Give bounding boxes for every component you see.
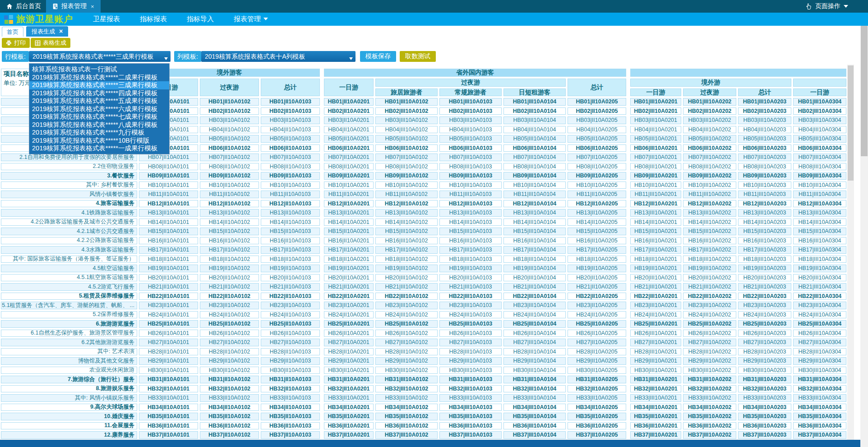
data-cell: HB35|III10A0304 bbox=[792, 412, 847, 421]
data-cell: HB37|III10A0103 bbox=[439, 430, 503, 440]
page-operations-menu[interactable]: 页面操作 bbox=[805, 0, 848, 13]
backend-home-tab[interactable]: 后台首页 bbox=[0, 0, 47, 13]
data-cell: HB21|III10A0203 bbox=[737, 282, 792, 292]
nav-item-satellite-reports[interactable]: 卫星报表 bbox=[93, 15, 120, 23]
row-template-dropdown-list: 核算系统报表格式表一行测试2019核算系统报表格式表*****二成果行模板201… bbox=[29, 63, 170, 154]
data-cell: HB36|III10A0203 bbox=[737, 421, 792, 431]
data-cell: HB23|II10A0103 bbox=[260, 301, 321, 310]
data-cell: HB35|II10A0205 bbox=[567, 412, 627, 421]
data-cell: HB26|III10A0104 bbox=[503, 329, 567, 338]
data-cell: HB27|III10A0104 bbox=[503, 338, 567, 347]
data-cell: HB07|III10A0201 bbox=[627, 153, 682, 162]
data-cell: HB07|II10A0103 bbox=[260, 153, 321, 162]
row-label: 风情小镇餐饮服务 bbox=[0, 190, 138, 199]
report-management-tab[interactable]: 报表管理 × bbox=[46, 0, 101, 13]
data-cell: HB31|III10A0203 bbox=[737, 375, 792, 384]
data-cell: HB29|II10A0205 bbox=[567, 356, 627, 366]
data-cell: HB15|II10A0205 bbox=[567, 227, 627, 236]
scrollbar-thumb[interactable] bbox=[861, 21, 868, 156]
data-cell: HB11|III10A0103 bbox=[439, 190, 503, 199]
dropdown-option[interactable]: 2019核算系统报表格式表*****一成果行模板 bbox=[29, 144, 169, 153]
data-cell: HB05|III10A0104 bbox=[503, 134, 567, 144]
data-cell: HB17|II10A0103 bbox=[260, 245, 321, 255]
tab-report-generate[interactable]: 报表生成 × bbox=[26, 26, 68, 37]
inner-vertical-scrollbar[interactable] bbox=[847, 65, 854, 440]
outer-vertical-scrollbar[interactable] bbox=[860, 13, 868, 447]
row-label: 其中: 艺术表演 bbox=[0, 347, 138, 357]
data-cell: HB17|II10A0205 bbox=[567, 245, 627, 255]
data-cell: HB05|III10A0201 bbox=[627, 134, 682, 144]
dropdown-option[interactable]: 2019核算系统报表格式表*****四成果行模板 bbox=[29, 89, 169, 98]
data-cell: HB08|III10A0304 bbox=[792, 162, 847, 172]
data-cell: HB08|II10A0201 bbox=[321, 162, 374, 172]
nav-item-indicator-import[interactable]: 指标导入 bbox=[187, 15, 214, 23]
data-cell: HB02|II10A0205 bbox=[567, 107, 627, 116]
subgroup-header-outbound: 境外游 bbox=[627, 78, 792, 88]
row-template-label: 行模板: bbox=[2, 51, 29, 62]
data-cell: HB17|III10A0202 bbox=[682, 245, 737, 255]
data-cell: HB28|III10A0304 bbox=[792, 347, 847, 357]
close-icon[interactable]: × bbox=[91, 3, 94, 10]
data-cell: HB33|III10A0103 bbox=[439, 393, 503, 403]
dropdown-option[interactable]: 2019核算系统报表格式表*****三成果行模板 bbox=[29, 81, 169, 89]
data-cell: HB02|III10A0102 bbox=[374, 107, 439, 116]
data-cell: HB25|II10A0201 bbox=[321, 319, 374, 329]
data-cell: HB14|III10A0203 bbox=[737, 218, 792, 227]
data-cell: HB06|III10A0102 bbox=[374, 144, 439, 153]
scrollbar-thumb[interactable] bbox=[848, 65, 854, 181]
data-cell: HB32|III10A0202 bbox=[682, 384, 737, 394]
row-label: 4.旅客运输服务 bbox=[0, 199, 138, 209]
data-cell: HB33|III10A0104 bbox=[503, 393, 567, 403]
dropdown-option[interactable]: 2019核算系统报表格式表*****二成果行模板 bbox=[29, 74, 169, 82]
template-toolbar: 行模板: 2019核算系统报表格式表*****三成果行模板 列模板: 2019核… bbox=[0, 49, 868, 64]
data-cell: HB36|III10A0304 bbox=[792, 421, 847, 431]
nav-item-report-management[interactable]: 报表管理 bbox=[234, 15, 268, 23]
data-cell: HB05|II10A0201 bbox=[321, 134, 374, 144]
data-cell: HB20|III10A0304 bbox=[792, 273, 847, 283]
dropdown-option[interactable]: 2019核算系统报表格式表*****七成果行模板 bbox=[29, 113, 169, 121]
data-cell: HB34|II10A0103 bbox=[260, 403, 321, 412]
dropdown-option[interactable]: 2019核算系统报表格式表*****九行模板 bbox=[29, 129, 169, 137]
data-cell: HB32|III10A0203 bbox=[737, 384, 792, 394]
dropdown-option[interactable]: 2019核算系统报表格式表*****五成果行模板 bbox=[29, 97, 169, 105]
data-cell: HB35|III10A0102 bbox=[374, 412, 439, 421]
data-cell: HB02|III10A0203 bbox=[737, 107, 792, 116]
data-cell: HB20|II10A0201 bbox=[321, 273, 374, 283]
close-icon[interactable]: × bbox=[59, 26, 63, 37]
data-cell: HB30|III10A0202 bbox=[682, 366, 737, 375]
data-cell: HB15|III10A0104 bbox=[503, 227, 567, 236]
dropdown-option[interactable]: 2019核算系统报表格式表*****八成果行模板 bbox=[29, 121, 169, 129]
data-cell: HB14|II10A0205 bbox=[567, 218, 627, 227]
data-cell: HB02|III10A0201 bbox=[627, 107, 682, 116]
chevron-down-icon bbox=[164, 57, 168, 62]
data-cell: HB21|II10A0205 bbox=[567, 282, 627, 292]
data-cell: HB12|II10A0102 bbox=[199, 199, 260, 209]
fetch-data-test-button[interactable]: 取数测试 bbox=[400, 51, 436, 62]
data-cell: HB18|III10A0203 bbox=[737, 255, 792, 264]
data-cell: HB23|III10A0203 bbox=[737, 301, 792, 310]
data-cell: HB27|III10A0202 bbox=[682, 338, 737, 347]
dropdown-option[interactable]: 2019核算系统报表格式表*****10B行模版 bbox=[29, 137, 169, 145]
data-cell: HB21|II10A0103 bbox=[260, 282, 321, 292]
dropdown-option[interactable]: 核算系统报表格式表一行测试 bbox=[29, 65, 169, 74]
row-label: 12.康养服务 bbox=[0, 430, 138, 440]
print-button[interactable]: 打印 bbox=[2, 38, 30, 48]
data-cell: HB26|III10A0202 bbox=[682, 329, 737, 338]
nav-item-indicator-reports[interactable]: 指标报表 bbox=[140, 15, 167, 23]
dropdown-option[interactable]: 2019核算系统报表格式表*****六成果行模板 bbox=[29, 105, 169, 113]
page-tab-row: 首页 报表生成 × bbox=[0, 26, 868, 37]
hand-pointer-icon bbox=[805, 3, 812, 10]
data-cell: HB19|II10A0102 bbox=[199, 264, 260, 273]
row-template-select[interactable]: 2019核算系统报表格式表*****三成果行模板 bbox=[29, 51, 171, 62]
data-cell: HB09|III10A0102 bbox=[374, 171, 439, 181]
data-cell: HB30|II10A0103 bbox=[260, 366, 321, 375]
data-cell: HB24|III10A0102 bbox=[374, 310, 439, 320]
template-save-button[interactable]: 模板保存 bbox=[360, 51, 396, 62]
tab-home[interactable]: 首页 bbox=[2, 27, 23, 37]
data-cell: HB36|II10A0103 bbox=[260, 421, 321, 431]
data-cell: HB34|III10A0201 bbox=[627, 403, 682, 412]
col-template-select[interactable]: 2019核算系统报表格式表十A列模板 bbox=[201, 51, 356, 62]
data-cell: HB13|III10A0104 bbox=[503, 208, 567, 218]
table-generate-button[interactable]: 表格生成 bbox=[31, 38, 70, 48]
data-cell: HB16|II10A0103 bbox=[260, 236, 321, 246]
